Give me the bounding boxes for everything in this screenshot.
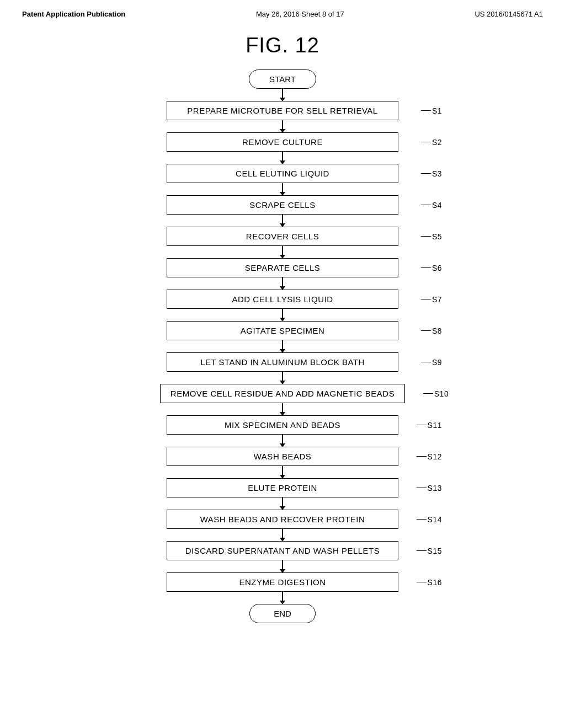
step-row-s11: MIX SPECIMEN AND BEADSS11 — [0, 415, 565, 435]
header-left: Patent Application Publication — [22, 10, 125, 18]
step-box-s6: SEPARATE CELLSS6 — [167, 258, 398, 277]
step-row-s7: ADD CELL LYSIS LIQUIDS7 — [0, 290, 565, 309]
arrow — [282, 497, 283, 510]
header-right: US 2016/0145671 A1 — [475, 10, 543, 18]
step-label-s3: S3 — [421, 169, 442, 178]
step-label-s11: S11 — [417, 421, 442, 430]
arrow — [282, 120, 283, 132]
start-oval: START — [249, 69, 316, 89]
arrow — [282, 183, 283, 195]
arrow — [282, 246, 283, 258]
arrow — [282, 340, 283, 352]
step-row-s12: WASH BEADSS12 — [0, 447, 565, 466]
step-box-s10: REMOVE CELL RESIDUE AND ADD MAGNETIC BEA… — [160, 384, 405, 403]
flowchart: STARTPREPARE MICROTUBE FOR SELL RETRIEVA… — [0, 69, 565, 645]
step-row-s9: LET STAND IN ALUMINUM BLOCK BATHS9 — [0, 352, 565, 372]
arrow — [282, 309, 283, 321]
step-row-s5: RECOVER CELLSS5 — [0, 227, 565, 246]
step-label-s15: S15 — [417, 547, 442, 555]
step-label-s9: S9 — [421, 358, 442, 367]
step-label-s8: S8 — [421, 326, 442, 335]
step-box-s12: WASH BEADSS12 — [167, 447, 398, 466]
arrow — [282, 466, 283, 478]
step-row-s13: ELUTE PROTEINS13 — [0, 478, 565, 497]
step-row-s14: WASH BEADS AND RECOVER PROTEINS14 — [0, 510, 565, 529]
step-box-s9: LET STAND IN ALUMINUM BLOCK BATHS9 — [167, 352, 398, 372]
step-label-s12: S12 — [417, 452, 442, 461]
step-box-s8: AGITATE SPECIMENS8 — [167, 321, 398, 340]
step-label-s10: S10 — [423, 389, 449, 398]
step-row-s3: CELL ELUTING LIQUIDS3 — [0, 164, 565, 183]
step-row-s15: DISCARD SUPERNATANT AND WASH PELLETSS15 — [0, 541, 565, 560]
arrow — [282, 277, 283, 290]
arrow — [282, 403, 283, 415]
step-label-s2: S2 — [421, 138, 442, 147]
step-box-s7: ADD CELL LYSIS LIQUIDS7 — [167, 290, 398, 309]
arrow — [282, 372, 283, 384]
page-header: Patent Application Publication May 26, 2… — [0, 0, 565, 24]
step-row-s16: ENZYME DIGESTIONS16 — [0, 572, 565, 592]
step-box-s13: ELUTE PROTEINS13 — [167, 478, 398, 497]
step-label-s16: S16 — [417, 578, 442, 587]
step-box-s1: PREPARE MICROTUBE FOR SELL RETRIEVALS1 — [167, 101, 398, 120]
step-label-s6: S6 — [421, 264, 442, 272]
step-row-s6: SEPARATE CELLSS6 — [0, 258, 565, 277]
step-label-s4: S4 — [421, 201, 442, 210]
start-node: START — [0, 69, 565, 89]
step-label-s13: S13 — [417, 484, 442, 493]
step-row-s2: REMOVE CULTURES2 — [0, 132, 565, 152]
arrow — [282, 560, 283, 572]
step-box-s14: WASH BEADS AND RECOVER PROTEINS14 — [167, 510, 398, 529]
step-row-s4: SCRAPE CELLSS4 — [0, 195, 565, 215]
step-row-s10: REMOVE CELL RESIDUE AND ADD MAGNETIC BEA… — [0, 384, 565, 403]
step-label-s5: S5 — [421, 232, 442, 241]
step-label-s7: S7 — [421, 295, 442, 304]
arrow-end — [282, 592, 283, 604]
arrow — [282, 152, 283, 164]
step-box-s11: MIX SPECIMEN AND BEADSS11 — [167, 415, 398, 435]
step-box-s16: ENZYME DIGESTIONS16 — [167, 572, 398, 592]
end-node: END — [0, 604, 565, 623]
arrow — [282, 435, 283, 447]
step-box-s2: REMOVE CULTURES2 — [167, 132, 398, 152]
step-row-s1: PREPARE MICROTUBE FOR SELL RETRIEVALS1 — [0, 101, 565, 120]
step-box-s3: CELL ELUTING LIQUIDS3 — [167, 164, 398, 183]
header-center: May 26, 2016 Sheet 8 of 17 — [256, 10, 344, 18]
arrow — [282, 89, 283, 101]
step-label-s1: S1 — [421, 106, 442, 115]
figure-title: FIG. 12 — [0, 34, 565, 57]
step-box-s5: RECOVER CELLSS5 — [167, 227, 398, 246]
step-label-s14: S14 — [417, 515, 442, 524]
end-oval: END — [249, 604, 316, 623]
step-box-s4: SCRAPE CELLSS4 — [167, 195, 398, 215]
step-box-s15: DISCARD SUPERNATANT AND WASH PELLETSS15 — [167, 541, 398, 560]
arrow — [282, 215, 283, 227]
step-row-s8: AGITATE SPECIMENS8 — [0, 321, 565, 340]
arrow — [282, 529, 283, 541]
